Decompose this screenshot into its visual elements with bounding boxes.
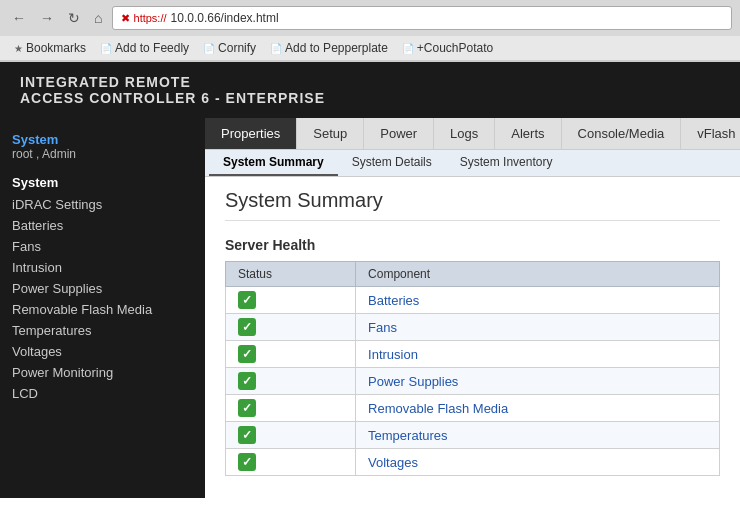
status-check-icon: ✓: [238, 399, 256, 417]
page-icon: 📄: [270, 43, 282, 54]
page-icon: 📄: [100, 43, 112, 54]
status-check-icon: ✓: [238, 426, 256, 444]
sidebar-subtitle: root , Admin: [12, 147, 193, 161]
table-row: ✓Removable Flash Media: [226, 395, 720, 422]
table-row: ✓Batteries: [226, 287, 720, 314]
tab-bar: Properties Setup Power Logs Alerts Conso…: [205, 118, 740, 150]
component-link[interactable]: Power Supplies: [368, 374, 458, 389]
tab-properties[interactable]: Properties: [205, 118, 297, 149]
tab-console-media[interactable]: Console/Media: [562, 118, 682, 149]
component-cell: Temperatures: [356, 422, 720, 449]
tab-vflash[interactable]: vFlash: [681, 118, 740, 149]
browser-chrome: ← → ↻ ⌂ ✖ https:// 10.0.0.66/index.html …: [0, 0, 740, 62]
component-link[interactable]: Intrusion: [368, 347, 418, 362]
app-title-line1: INTEGRATED REMOTE: [20, 74, 720, 90]
table-row: ✓Voltages: [226, 449, 720, 476]
status-cell: ✓: [226, 422, 356, 449]
status-check-icon: ✓: [238, 291, 256, 309]
star-icon: ★: [14, 43, 23, 54]
component-link[interactable]: Removable Flash Media: [368, 401, 508, 416]
sidebar-item-voltages[interactable]: Voltages: [0, 341, 205, 362]
table-row: ✓Intrusion: [226, 341, 720, 368]
sub-tab-system-summary[interactable]: System Summary: [209, 150, 338, 176]
status-cell: ✓: [226, 449, 356, 476]
bookmark-cornify[interactable]: 📄 Cornify: [197, 39, 262, 57]
browser-toolbar: ← → ↻ ⌂ ✖ https:// 10.0.0.66/index.html: [0, 0, 740, 36]
sidebar-nav: System iDRAC Settings Batteries Fans Int…: [0, 171, 205, 404]
back-button[interactable]: ←: [8, 8, 30, 28]
sub-tab-system-inventory[interactable]: System Inventory: [446, 150, 567, 176]
tab-logs[interactable]: Logs: [434, 118, 495, 149]
status-cell: ✓: [226, 395, 356, 422]
status-cell: ✓: [226, 287, 356, 314]
tab-power[interactable]: Power: [364, 118, 434, 149]
page-icon: 📄: [203, 43, 215, 54]
table-row: ✓Power Supplies: [226, 368, 720, 395]
sub-tab-system-details[interactable]: System Details: [338, 150, 446, 176]
status-check-icon: ✓: [238, 345, 256, 363]
url-bar[interactable]: ✖ https:// 10.0.0.66/index.html: [112, 6, 732, 30]
app-body: System root , Admin System iDRAC Setting…: [0, 118, 740, 498]
sidebar-system-title: System: [12, 132, 193, 147]
component-link[interactable]: Batteries: [368, 293, 419, 308]
component-cell: Intrusion: [356, 341, 720, 368]
sidebar-item-fans[interactable]: Fans: [0, 236, 205, 257]
table-header-component: Component: [356, 262, 720, 287]
sidebar-item-intrusion[interactable]: Intrusion: [0, 257, 205, 278]
status-check-icon: ✓: [238, 453, 256, 471]
sidebar-item-batteries[interactable]: Batteries: [0, 215, 205, 236]
bookmark-label: +CouchPotato: [417, 41, 493, 55]
sidebar-item-power-monitoring[interactable]: Power Monitoring: [0, 362, 205, 383]
lock-icon: ✖ https://: [121, 12, 166, 25]
status-cell: ✓: [226, 314, 356, 341]
page-icon: 📄: [402, 43, 414, 54]
component-cell: Removable Flash Media: [356, 395, 720, 422]
bookmark-feedly[interactable]: 📄 Add to Feedly: [94, 39, 195, 57]
app-header: INTEGRATED REMOTE ACCESS CONTROLLER 6 - …: [0, 62, 740, 118]
table-header-status: Status: [226, 262, 356, 287]
component-link[interactable]: Fans: [368, 320, 397, 335]
component-cell: Batteries: [356, 287, 720, 314]
status-check-icon: ✓: [238, 318, 256, 336]
component-cell: Voltages: [356, 449, 720, 476]
sidebar-header: System root , Admin: [0, 126, 205, 171]
table-row: ✓Temperatures: [226, 422, 720, 449]
url-text: 10.0.0.66/index.html: [171, 11, 279, 25]
sub-tab-bar: System Summary System Details System Inv…: [205, 150, 740, 177]
home-button[interactable]: ⌂: [90, 8, 106, 28]
sidebar-item-idrac-settings[interactable]: iDRAC Settings: [0, 194, 205, 215]
component-link[interactable]: Temperatures: [368, 428, 447, 443]
status-cell: ✓: [226, 368, 356, 395]
sidebar: System root , Admin System iDRAC Setting…: [0, 118, 205, 498]
bookmark-pepperplate[interactable]: 📄 Add to Pepperplate: [264, 39, 394, 57]
refresh-button[interactable]: ↻: [64, 8, 84, 28]
main-content: Properties Setup Power Logs Alerts Conso…: [205, 118, 740, 498]
tab-alerts[interactable]: Alerts: [495, 118, 561, 149]
sidebar-item-power-supplies[interactable]: Power Supplies: [0, 278, 205, 299]
bookmark-label: Add to Pepperplate: [285, 41, 388, 55]
sidebar-item-removable-flash-media[interactable]: Removable Flash Media: [0, 299, 205, 320]
bookmark-label: Bookmarks: [26, 41, 86, 55]
sidebar-section-title: System: [0, 171, 205, 194]
bookmark-label: Add to Feedly: [115, 41, 189, 55]
component-link[interactable]: Voltages: [368, 455, 418, 470]
component-cell: Power Supplies: [356, 368, 720, 395]
sidebar-item-lcd[interactable]: LCD: [0, 383, 205, 404]
bookmark-bookmarks[interactable]: ★ Bookmarks: [8, 39, 92, 57]
status-check-icon: ✓: [238, 372, 256, 390]
status-cell: ✓: [226, 341, 356, 368]
health-table: Status Component ✓Batteries✓Fans✓Intrusi…: [225, 261, 720, 476]
table-row: ✓Fans: [226, 314, 720, 341]
forward-button[interactable]: →: [36, 8, 58, 28]
bookmark-couchpotato[interactable]: 📄 +CouchPotato: [396, 39, 499, 57]
tab-setup[interactable]: Setup: [297, 118, 364, 149]
app-title-line2: ACCESS CONTROLLER 6 - ENTERPRISE: [20, 90, 720, 106]
server-health-title: Server Health: [225, 237, 720, 253]
page-title: System Summary: [225, 189, 720, 221]
sidebar-item-temperatures[interactable]: Temperatures: [0, 320, 205, 341]
bookmarks-bar: ★ Bookmarks 📄 Add to Feedly 📄 Cornify 📄 …: [0, 36, 740, 61]
bookmark-label: Cornify: [218, 41, 256, 55]
page-content: System Summary Server Health Status Comp…: [205, 177, 740, 488]
component-cell: Fans: [356, 314, 720, 341]
